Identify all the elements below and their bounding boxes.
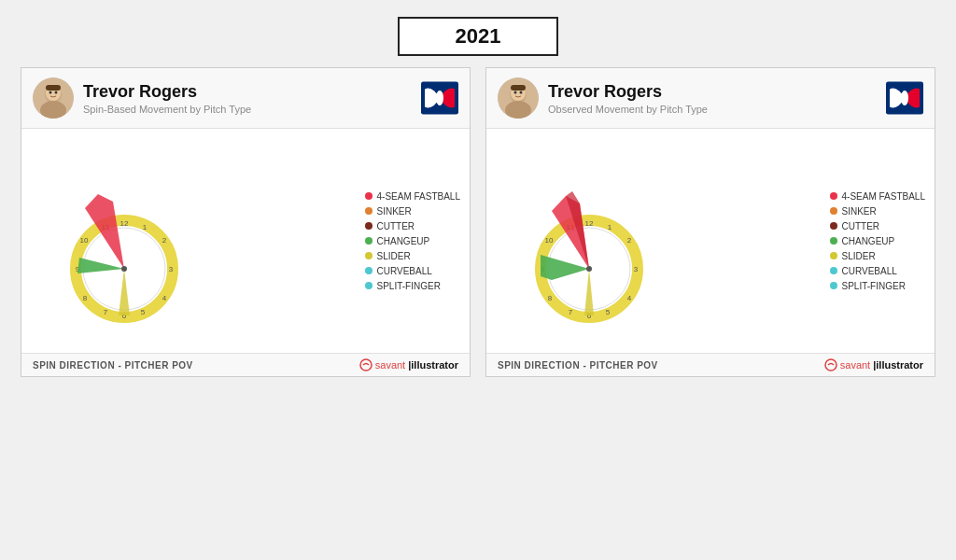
legend-label-cutter2: CUTTER: [842, 221, 880, 231]
svg-point-30: [514, 91, 517, 94]
spin-chart-observed: 12 2 3 4 5 6 7 8 9 10 11 1: [496, 138, 682, 343]
svg-text:1: 1: [608, 223, 612, 231]
legend-label-changeup2: CHANGEUP: [842, 236, 895, 246]
legend-label-fastball: 4-SEAM FASTBALL: [377, 191, 460, 202]
brand-savant2: savant: [840, 359, 870, 371]
footer-left-spin: SPIN DIRECTION - PITCHER POV: [33, 360, 193, 371]
svg-text:7: 7: [569, 308, 573, 316]
svg-text:3: 3: [169, 265, 174, 273]
legend-label-curveball: CURVEBALL: [377, 266, 432, 276]
spin-chart-spin: 12 2 3 4 5 6 7 8 9 10 11 1: [31, 138, 218, 343]
legend-item: CURVEBALL: [365, 266, 460, 276]
player-name-spin: Trevor Rogers: [83, 82, 412, 102]
svg-rect-6: [46, 85, 61, 91]
player-name-observed: Trevor Rogers: [548, 82, 877, 102]
svg-text:8: 8: [83, 294, 88, 302]
legend-item: SINKER: [365, 206, 460, 217]
brand-savant: savant: [375, 359, 405, 371]
svg-text:2: 2: [162, 236, 167, 245]
card-header-spin: Trevor Rogers Spin-Based Movement by Pit…: [21, 68, 470, 129]
card-body-spin: 12 2 3 4 5 6 7 8 9 10 11 1: [21, 129, 470, 353]
legend-dot-changeup: [365, 237, 373, 245]
legend-dot-cutter: [365, 222, 373, 230]
legend-dot-fastball: [365, 192, 373, 200]
svg-text:5: 5: [606, 308, 611, 316]
legend-dot-split: [365, 282, 373, 289]
svg-text:12: 12: [120, 219, 129, 228]
svg-text:10: 10: [80, 236, 89, 245]
footer-left-observed: SPIN DIRECTION - PITCHER POV: [498, 360, 658, 371]
card-body-observed: 12 2 3 4 5 6 7 8 9 10 11 1: [486, 129, 935, 353]
svg-point-31: [520, 91, 523, 94]
player-info-spin: Trevor Rogers Spin-Based Movement by Pit…: [83, 82, 412, 115]
savant-icon2: [824, 358, 837, 371]
legend-spin: 4-SEAM FASTBALL SINKER CUTTER CHANGEUP S…: [358, 191, 460, 291]
player-info-observed: Trevor Rogers Observed Movement by Pitch…: [548, 82, 877, 115]
svg-point-5: [55, 91, 58, 94]
legend-label-cutter: CUTTER: [377, 221, 415, 231]
savant-icon: [359, 358, 373, 371]
legend-item: CURVEBALL: [830, 266, 925, 276]
legend-label-slider2: SLIDER: [842, 251, 876, 261]
legend-label-slider: SLIDER: [377, 251, 411, 261]
legend-label-fastball2: 4-SEAM FASTBALL: [842, 191, 925, 202]
legend-item: CUTTER: [365, 221, 460, 231]
avatar-observed: [498, 77, 539, 119]
legend-label-sinker: SINKER: [377, 206, 412, 217]
player-subtitle-spin: Spin-Based Movement by Pitch Type: [83, 104, 412, 115]
legend-dot-curveball: [365, 267, 373, 274]
svg-point-4: [49, 91, 52, 94]
svg-point-24: [121, 266, 127, 272]
card-footer-spin: SPIN DIRECTION - PITCHER POV savant|illu…: [21, 353, 470, 376]
legend-item: SLIDER: [830, 251, 925, 261]
brand-illustrator2: |illustrator: [873, 359, 923, 371]
year-title-box: 2021: [398, 17, 559, 56]
legend-dot-fastball2: [830, 192, 837, 200]
legend-item: SPLIT-FINGER: [830, 281, 925, 291]
player-subtitle-observed: Observed Movement by Pitch Type: [548, 104, 877, 115]
legend-label-sinker2: SINKER: [842, 206, 877, 217]
observed-card: Trevor Rogers Observed Movement by Pitch…: [485, 67, 935, 377]
legend-label-curveball2: CURVEBALL: [842, 266, 897, 276]
svg-rect-32: [511, 85, 526, 91]
legend-item: CHANGEUP: [830, 236, 925, 246]
svg-point-25: [360, 359, 372, 371]
year-title: 2021: [456, 24, 501, 48]
legend-item: SPLIT-FINGER: [365, 281, 460, 291]
legend-observed: 4-SEAM FASTBALL SINKER CUTTER CHANGEUP S…: [822, 191, 925, 291]
legend-item: SLIDER: [365, 251, 460, 261]
legend-dot-cutter2: [830, 222, 837, 230]
charts-row: Trevor Rogers Spin-Based Movement by Pit…: [21, 67, 935, 377]
legend-item: 4-SEAM FASTBALL: [365, 191, 460, 202]
legend-item: 4-SEAM FASTBALL: [830, 191, 925, 202]
svg-text:10: 10: [545, 236, 554, 245]
legend-dot-changeup2: [830, 237, 837, 245]
legend-dot-sinker2: [830, 207, 837, 215]
svg-text:5: 5: [141, 308, 146, 316]
svg-text:1: 1: [143, 223, 148, 231]
spin-based-card: Trevor Rogers Spin-Based Movement by Pit…: [21, 67, 471, 377]
legend-dot-curveball2: [830, 267, 837, 274]
svg-text:3: 3: [634, 265, 639, 273]
svg-text:4: 4: [162, 294, 167, 302]
footer-right-observed: savant|illustrator: [824, 358, 923, 371]
svg-point-50: [825, 359, 836, 371]
svg-text:8: 8: [548, 294, 553, 302]
legend-label-split: SPLIT-FINGER: [377, 281, 441, 291]
legend-label-split2: SPLIT-FINGER: [842, 281, 906, 291]
legend-dot-split2: [830, 282, 837, 289]
footer-right-spin: savant|illustrator: [359, 358, 458, 371]
brand-illustrator: |illustrator: [408, 359, 458, 371]
legend-label-changeup: CHANGEUP: [377, 236, 430, 246]
svg-text:4: 4: [627, 294, 632, 302]
svg-text:12: 12: [585, 219, 594, 228]
svg-point-49: [586, 266, 592, 272]
card-footer-observed: SPIN DIRECTION - PITCHER POV savant|illu…: [486, 353, 935, 376]
svg-text:2: 2: [627, 236, 632, 245]
legend-dot-sinker: [365, 207, 373, 215]
legend-item: CUTTER: [830, 221, 925, 231]
legend-item: CHANGEUP: [365, 236, 460, 246]
avatar-spin: [33, 77, 74, 119]
mlb-logo-spin: [421, 81, 458, 115]
card-header-observed: Trevor Rogers Observed Movement by Pitch…: [486, 68, 935, 129]
